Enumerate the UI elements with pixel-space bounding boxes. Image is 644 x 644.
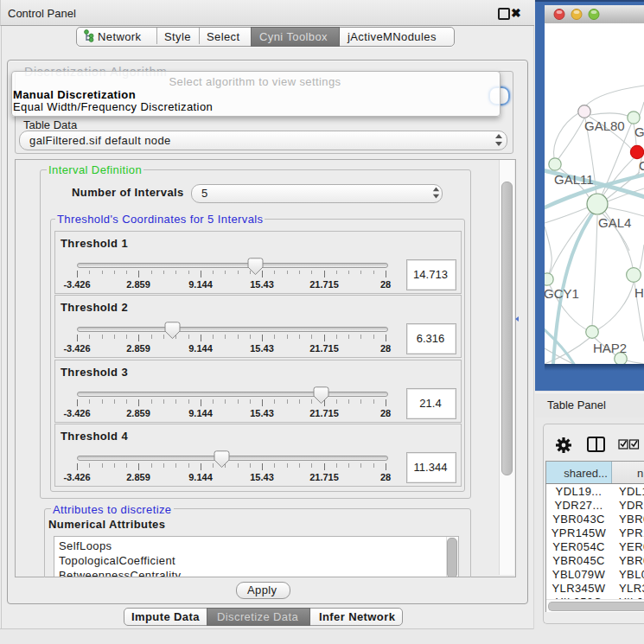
svg-text:GA: GA (634, 124, 644, 139)
svg-text:C: C (639, 158, 644, 173)
svg-text:H: H (634, 285, 644, 300)
svg-text:GCY1: GCY1 (545, 286, 579, 301)
svg-text:GAL80: GAL80 (584, 118, 625, 133)
svg-text:GAL4: GAL4 (598, 215, 631, 230)
svg-text:GAL11: GAL11 (554, 172, 594, 187)
svg-text:HAP2: HAP2 (593, 341, 627, 355)
